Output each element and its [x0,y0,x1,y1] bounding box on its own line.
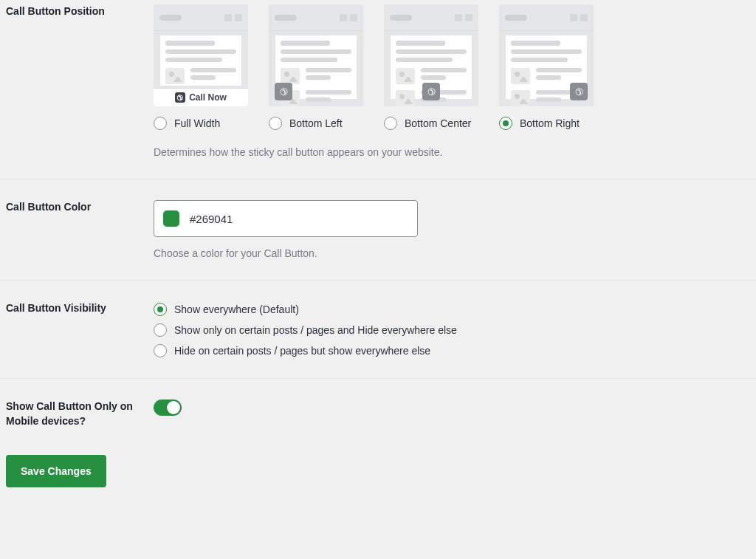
thumbnail-bottom-center: ✆ [384,4,478,106]
color-helper: Choose a color for your Call Button. [154,247,750,259]
color-swatch [163,210,179,227]
call-now-overlay: ✆ Call Now [154,88,248,106]
phone-icon: ✆ [275,83,292,100]
radio-bottom-left-label: Bottom Left [289,117,343,129]
radio-bottom-right-label: Bottom Right [520,117,580,129]
thumbnail-full-width: ✆ Call Now [154,4,248,106]
phone-icon: ✆ [422,83,440,100]
color-label: Call Button Color [6,200,154,215]
radio-hide-certain[interactable] [154,344,167,357]
position-option-center[interactable]: ✆ Bottom Center [384,4,478,130]
mobile-only-label: Show Call Button Only on Mobile devices? [6,399,154,428]
radio-hide-certain-label: Hide on certain posts / pages but show e… [174,345,430,357]
radio-bottom-center-label: Bottom Center [405,117,471,129]
save-button[interactable]: Save Changes [6,455,106,487]
position-helper: Determines how the sticky call button ap… [154,146,750,158]
visibility-option-show-certain[interactable]: Show only on certain posts / pages and H… [154,323,750,337]
color-input[interactable] [154,200,418,237]
position-label: Call Button Position [6,4,154,19]
position-option-left[interactable]: ✆ Bottom Left [269,4,363,130]
radio-show-certain[interactable] [154,323,167,337]
radio-everywhere-label: Show everywhere (Default) [174,303,299,315]
position-options: ✆ Call Now Full Width [154,4,750,130]
visibility-label: Call Button Visibility [6,301,154,316]
radio-full-width-label: Full Width [174,117,220,129]
radio-bottom-right[interactable] [499,117,512,130]
radio-everywhere[interactable] [154,303,167,316]
phone-icon: ✆ [175,92,185,103]
call-now-text: Call Now [189,92,227,103]
mobile-only-toggle[interactable] [154,399,182,416]
thumbnail-bottom-left: ✆ [269,4,363,106]
radio-show-certain-label: Show only on certain posts / pages and H… [174,324,457,336]
radio-full-width[interactable] [154,117,167,130]
color-value-field[interactable] [188,212,408,226]
visibility-option-everywhere[interactable]: Show everywhere (Default) [154,303,750,316]
radio-bottom-left[interactable] [269,117,282,130]
visibility-option-hide-certain[interactable]: Hide on certain posts / pages but show e… [154,344,750,357]
position-option-full[interactable]: ✆ Call Now Full Width [154,4,248,130]
phone-icon: ✆ [570,83,588,100]
thumbnail-bottom-right: ✆ [499,4,594,106]
position-option-right[interactable]: ✆ Bottom Right [499,4,594,130]
radio-bottom-center[interactable] [384,117,397,130]
